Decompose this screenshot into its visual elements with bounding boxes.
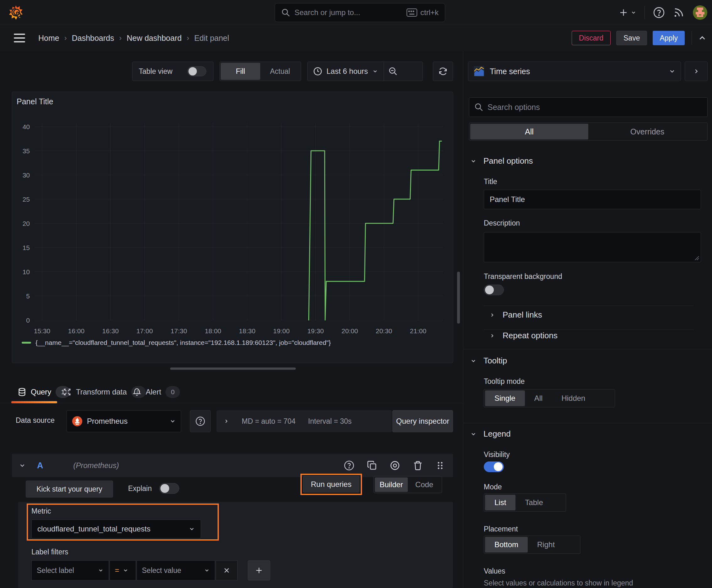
metric-value: cloudflared_tunnel_total_requests [37, 525, 189, 533]
query-datasource-hint: (Prometheus) [73, 461, 119, 470]
remove-filter-button[interactable] [216, 560, 238, 581]
tooltip-single-option[interactable]: Single [485, 391, 525, 406]
transparent-background-label: Transparent background [484, 272, 562, 281]
tooltip-section-header[interactable]: Tooltip [470, 356, 507, 365]
tab-alert[interactable]: Alert 0 [132, 381, 180, 403]
zoom-out-button[interactable] [384, 62, 402, 81]
datasource-help-button[interactable] [190, 410, 211, 432]
options-search-box[interactable] [469, 97, 708, 117]
add-filter-button[interactable] [248, 560, 270, 581]
user-avatar[interactable] [693, 5, 708, 20]
help-button[interactable] [653, 6, 665, 19]
new-dashboard-button[interactable] [619, 8, 637, 17]
delete-query-icon[interactable] [413, 460, 423, 470]
description-field-label: Description [484, 219, 520, 227]
scrollbar-thumb[interactable] [457, 272, 460, 323]
chevron-right-icon [490, 333, 495, 339]
code-option[interactable]: Code [408, 478, 441, 492]
tooltip-all-option[interactable]: All [525, 391, 552, 406]
operator-dropdown[interactable]: = [110, 560, 136, 581]
legend-right-option[interactable]: Right [528, 537, 564, 552]
max-data-points-value: MD = auto = 704 [242, 417, 296, 426]
repeat-options-section[interactable]: Repeat options [490, 331, 558, 340]
x-axis-tick-label: 19:30 [307, 327, 324, 335]
y-axis-tick-label: 30 [23, 171, 30, 179]
panel-resize-handle[interactable] [170, 368, 296, 370]
legend-table-option[interactable]: Table [516, 495, 552, 510]
global-search-box[interactable]: ctrl+k [275, 3, 445, 22]
panel-options-section-header[interactable]: Panel options [470, 156, 533, 166]
tab-transform-label: Transform data [76, 387, 127, 396]
series-color-swatch[interactable] [22, 342, 31, 344]
legend-bottom-option[interactable]: Bottom [485, 537, 528, 552]
chevron-down-icon [470, 431, 477, 437]
x-axis-tick-label: 19:00 [273, 327, 290, 335]
query-options-summary[interactable]: MD = auto = 704 Interval = 30s [217, 410, 392, 432]
panel-toolbar: Table view Fill Actual Last 6 hours [0, 62, 453, 81]
description-textarea[interactable] [484, 232, 701, 262]
grafana-logo-icon[interactable] [8, 5, 23, 20]
table-view-toggle[interactable] [188, 66, 207, 76]
global-search-input[interactable] [295, 8, 402, 17]
news-button[interactable] [673, 7, 684, 18]
panel-title-input[interactable] [484, 190, 701, 209]
legend-list-option[interactable]: List [485, 495, 516, 510]
time-series-chart[interactable]: 051015202530354015:3016:0016:3017:0017:3… [12, 92, 453, 363]
breadcrumb-dashboards[interactable]: Dashboards [72, 34, 114, 43]
legend-visibility-label: Visibility [484, 450, 510, 459]
tab-overrides[interactable]: Overrides [588, 124, 706, 140]
toggle-visibility-icon[interactable] [390, 460, 400, 471]
fill-option[interactable]: Fill [221, 63, 260, 80]
duplicate-query-icon[interactable] [367, 460, 377, 470]
explain-toggle[interactable] [159, 483, 179, 494]
zoom-out-icon [388, 67, 398, 76]
query-row-header[interactable]: A (Prometheus) [12, 454, 453, 477]
options-search-input[interactable] [488, 103, 702, 112]
legend-section-header[interactable]: Legend [470, 429, 511, 439]
resize-grip-icon[interactable] [694, 255, 699, 260]
legend-visibility-toggle[interactable] [484, 461, 504, 472]
breadcrumb: Home › Dashboards › New dashboard › Edit… [38, 34, 229, 43]
y-axis-tick-label: 25 [23, 196, 30, 203]
transparent-background-toggle[interactable] [484, 285, 504, 295]
visualization-picker[interactable]: Time series [468, 62, 681, 81]
tab-query[interactable]: Query 1 [18, 381, 70, 403]
select-value-dropdown[interactable]: Select value [136, 560, 215, 581]
chevron-down-icon[interactable] [19, 462, 26, 469]
drag-handle-icon[interactable] [435, 461, 445, 470]
tab-all[interactable]: All [470, 124, 588, 140]
save-button[interactable]: Save [616, 31, 647, 45]
run-queries-button[interactable]: Run queries [303, 476, 360, 492]
select-label-dropdown[interactable]: Select label [31, 560, 109, 581]
actual-option[interactable]: Actual [260, 63, 300, 80]
time-range-picker[interactable]: Last 6 hours [308, 62, 384, 81]
series-legend-label[interactable]: {__name__="cloudflared_tunnel_total_requ… [36, 339, 331, 346]
datasource-picker[interactable]: Prometheus [67, 410, 181, 432]
explain-label: Explain [128, 484, 152, 493]
label-filter-row: Select label = Select value [31, 560, 270, 581]
tab-query-label: Query [31, 387, 51, 396]
builder-option[interactable]: Builder [375, 478, 408, 492]
query-help-icon[interactable] [344, 460, 354, 471]
metric-select[interactable]: cloudflared_tunnel_total_requests [31, 520, 201, 538]
kick-start-query-button[interactable]: Kick start your query [26, 481, 113, 498]
legend-mode-switch: List Table [484, 493, 566, 512]
apply-button[interactable]: Apply [653, 31, 685, 45]
chevron-down-icon [470, 358, 477, 364]
refresh-button[interactable] [433, 62, 453, 81]
x-axis-tick-label: 15:30 [34, 327, 50, 335]
breadcrumb-home[interactable]: Home [38, 34, 59, 43]
table-view-control: Table view [132, 62, 214, 81]
keyboard-icon [407, 8, 417, 17]
query-actions-row: Kick start your query Explain Run querie… [12, 481, 453, 498]
panel-links-section[interactable]: Panel links [490, 310, 542, 320]
viz-suggestions-button[interactable] [685, 62, 708, 81]
discard-button[interactable]: Discard [572, 31, 610, 45]
chevron-up-icon[interactable] [697, 33, 707, 43]
x-axis-tick-label: 21:00 [410, 327, 427, 335]
menu-toggle-button[interactable] [14, 34, 25, 42]
clock-icon [313, 67, 322, 76]
tooltip-hidden-option[interactable]: Hidden [552, 391, 595, 406]
breadcrumb-new-dashboard[interactable]: New dashboard [127, 34, 182, 43]
query-inspector-button[interactable]: Query inspector [392, 410, 453, 432]
